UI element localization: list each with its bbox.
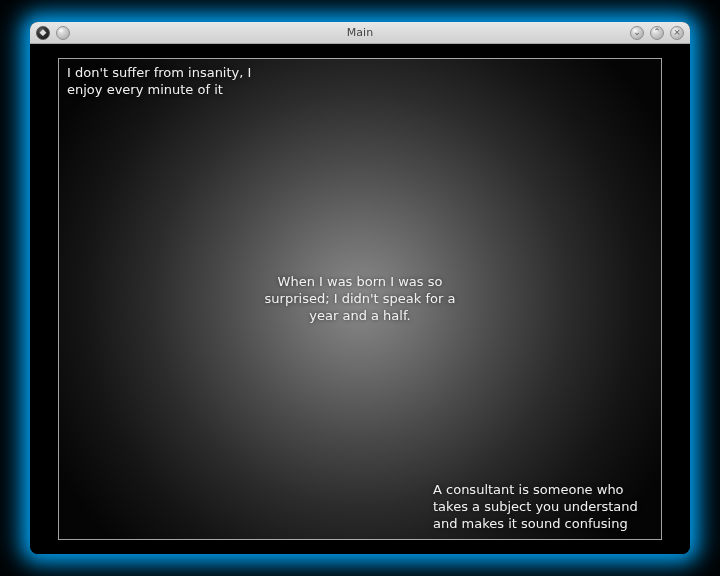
app-window: ◆ Main ⌄ ⌃ × I don't suffer from insanit…: [30, 22, 690, 554]
maximize-button[interactable]: ⌃: [650, 26, 664, 40]
window-content: I don't suffer from insanity, I enjoy ev…: [30, 44, 690, 554]
minimize-button[interactable]: ⌄: [630, 26, 644, 40]
system-menu-icon[interactable]: ◆: [36, 26, 50, 40]
window-shadow-glow: ◆ Main ⌄ ⌃ × I don't suffer from insanit…: [0, 0, 720, 576]
quote-top-left: I don't suffer from insanity, I enjoy ev…: [67, 65, 267, 99]
titlebar-left-group: ◆: [30, 26, 70, 40]
gradient-frame: I don't suffer from insanity, I enjoy ev…: [58, 58, 662, 540]
rollup-button[interactable]: [56, 26, 70, 40]
quote-bottom-right: A consultant is someone who takes a subj…: [433, 482, 653, 533]
titlebar[interactable]: ◆ Main ⌄ ⌃ ×: [30, 22, 690, 44]
titlebar-right-group: ⌄ ⌃ ×: [630, 22, 684, 43]
window-title: Main: [30, 26, 690, 39]
close-button[interactable]: ×: [670, 26, 684, 40]
quote-center: When I was born I was so surprised; I di…: [255, 274, 465, 325]
